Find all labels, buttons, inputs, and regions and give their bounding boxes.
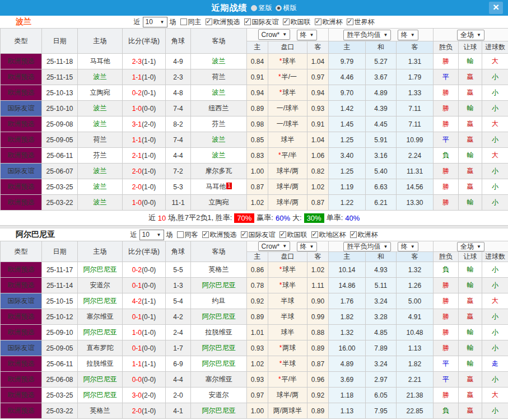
final-avg-select[interactable]: 终▼	[398, 30, 418, 40]
avg-odds-select[interactable]: 胜平负均值▼	[343, 242, 391, 251]
match-row: 欧洲预选25-03-22英格兰2-0(1-0)4-1阿尔巴尼亚1.00两/两球半…	[1, 403, 508, 419]
layout-horizontal-label[interactable]: 横版	[283, 3, 297, 13]
competition-checkbox[interactable]	[311, 231, 318, 238]
competition-label[interactable]: 欧国联	[287, 230, 307, 240]
opponent-team-name: 荷兰	[212, 73, 226, 81]
competition-checkbox[interactable]	[315, 18, 321, 25]
competition-checkbox[interactable]	[206, 18, 212, 25]
match-row: 欧洲预选25-03-22波兰1-0(0-0)11-1立陶宛1.02球半/两0.8…	[1, 195, 508, 211]
competition-label[interactable]: 国际友谊	[249, 230, 276, 240]
away-odds: 0.88	[307, 325, 329, 340]
opponent-team-name: 塞尔维亚	[87, 312, 114, 320]
competition-checkbox[interactable]	[202, 231, 209, 238]
close-icon[interactable]: ×	[489, 2, 503, 14]
opponent-team-name: 英格兰	[209, 265, 229, 273]
away-team: 波兰	[191, 132, 247, 148]
chevron-down-icon: ▼	[157, 232, 161, 237]
match-score: 2-0(1-0)	[123, 179, 166, 195]
subject-team-name: 波兰	[212, 136, 226, 143]
fulltime-select[interactable]: 全场▼	[457, 30, 484, 40]
competition-label[interactable]: 欧洲杯	[358, 230, 378, 240]
competition-label[interactable]: 欧地区杯	[319, 230, 346, 240]
layout-horizontal-radio[interactable]	[276, 5, 282, 11]
avg-draw: 3.24	[366, 356, 397, 372]
corner-score: 6-9	[166, 356, 191, 372]
near-label: 近	[131, 230, 137, 240]
summary-bar: 近10场,胜7平2负1, 胜率: 70% 赢率:60% 大: 30% 单率:40…	[0, 211, 508, 225]
games-label: 场	[166, 230, 173, 240]
handicap: 球半/两	[268, 388, 307, 403]
fulltime-select[interactable]: 全场▼	[457, 242, 484, 251]
win-pct-value: 60%	[276, 214, 290, 222]
result-letball: 輸	[459, 325, 482, 340]
competition-checkbox[interactable]	[283, 18, 290, 25]
competition-label[interactable]: 欧洲预选	[210, 230, 237, 240]
match-type: 国际友谊	[1, 101, 42, 116]
avg-lose: 1.33	[397, 85, 434, 101]
match-row: 欧洲预选25-09-08波兰3-1(2-0)8-2芬兰0.98一/球半0.911…	[1, 116, 508, 132]
avg-draw: 5.11	[366, 278, 397, 293]
chevron-down-icon: ▼	[282, 32, 287, 37]
competition-checkbox[interactable]	[347, 18, 353, 25]
col-type: 类型	[1, 29, 42, 54]
games-label: 场	[170, 17, 176, 27]
team-filter-bar: 波兰 近 10▼ 场 同主 欧洲预选国际友谊欧国联欧洲杯世界杯	[0, 16, 508, 28]
match-type: 欧洲预选	[1, 309, 42, 325]
result-wdl: 平	[434, 356, 459, 372]
layout-vertical-radio[interactable]	[251, 5, 257, 11]
avg-lose: 4.91	[397, 309, 434, 325]
result-letball: 輸	[459, 278, 482, 293]
competition-label[interactable]: 国际友谊	[252, 17, 279, 27]
same-venue-checkbox[interactable]	[177, 231, 184, 238]
match-date: 25-11-18	[42, 54, 78, 69]
opponent-team-name: 立陶宛	[209, 198, 229, 206]
sub-avg-win: 主	[329, 41, 366, 54]
handicap: *球半	[268, 278, 307, 293]
subject-team-name: 波兰	[212, 88, 226, 96]
avg-draw: 4.39	[366, 101, 397, 116]
competition-label[interactable]: 欧洲杯	[323, 17, 343, 27]
avg-odds-select[interactable]: 胜平负均值▼	[343, 30, 391, 40]
layout-vertical-label[interactable]: 竖版	[259, 3, 272, 13]
final-odds-select[interactable]: 终▼	[297, 242, 318, 251]
match-count-select[interactable]: 10▼	[139, 230, 164, 240]
competition-checkbox[interactable]	[244, 18, 251, 25]
away-odds: 1.02	[307, 262, 329, 278]
opponent-team-name: 英格兰	[90, 407, 110, 414]
corner-score: 4-1	[166, 403, 191, 419]
same-venue-label[interactable]: 同客	[185, 230, 198, 240]
same-venue-checkbox[interactable]	[180, 18, 187, 25]
competition-checkbox[interactable]	[279, 231, 286, 238]
same-venue-label[interactable]: 同主	[188, 17, 202, 27]
competition-label[interactable]: 欧国联	[291, 17, 311, 27]
competition-label[interactable]: 世界杯	[355, 17, 375, 27]
sub-avg-lose: 客	[397, 41, 434, 54]
competition-label[interactable]: 欧洲预选	[213, 17, 240, 27]
result-wdl: 勝	[434, 116, 459, 132]
match-date: 25-09-08	[42, 116, 78, 132]
away-odds: 1.11	[307, 278, 329, 293]
final-odds-select[interactable]: 终▼	[297, 30, 318, 40]
avg-win: 1.19	[329, 179, 366, 195]
match-score: 3-1(2-0)	[123, 116, 166, 132]
final-avg-select[interactable]: 终▼	[398, 242, 418, 251]
match-count-select[interactable]: 10▼	[143, 17, 167, 27]
opponent-team-name: 摩尔多瓦	[206, 167, 232, 175]
competition-checkbox[interactable]	[241, 231, 248, 238]
opponent-team-name: 马耳他	[90, 57, 110, 65]
opponent-team-name: 安道尔	[209, 391, 229, 399]
result-goals: 小	[482, 85, 508, 101]
corner-score: 4-9	[166, 54, 191, 69]
handicap: 球半	[268, 325, 307, 340]
subject-team-name: 阿尔巴尼亚	[83, 375, 117, 383]
odds-provider-select[interactable]: Crow*▼	[258, 29, 291, 40]
odds-provider-select[interactable]: Crow*▼	[258, 241, 291, 251]
matches-table-albania: 类型 日期 主场 比分(半场) 角球 客场 Crow*▼ 终▼ 胜平负均值▼ 终…	[0, 241, 508, 419]
avg-lose: 1.26	[397, 278, 434, 293]
col-away: 客场	[191, 29, 247, 54]
away-odds: 1.02	[307, 179, 329, 195]
match-date: 25-09-05	[42, 340, 78, 356]
avg-header-cell: 胜平负均值▼ 终▼	[329, 29, 434, 41]
competition-checkbox[interactable]	[350, 231, 357, 238]
big-rate-badge: 30%	[304, 213, 324, 223]
